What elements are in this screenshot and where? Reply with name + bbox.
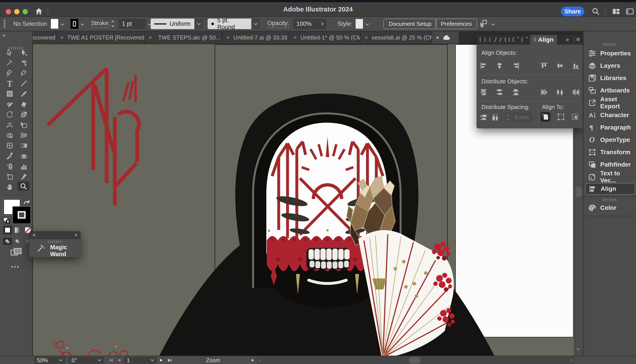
direct-selection-tool[interactable] bbox=[18, 48, 30, 57]
first-artboard-button[interactable] bbox=[107, 357, 115, 364]
screen-mode-icon[interactable] bbox=[10, 247, 23, 257]
workspace-layout-icon[interactable] bbox=[612, 7, 620, 16]
paintbrush-tool[interactable] bbox=[18, 89, 30, 98]
rotation-dropdown-icon[interactable] bbox=[95, 357, 104, 364]
rectangle-tool[interactable] bbox=[4, 89, 16, 98]
red-logo[interactable] bbox=[48, 68, 139, 206]
minimize-window-button[interactable] bbox=[14, 9, 20, 14]
opacity-field[interactable]: 100% bbox=[293, 19, 327, 29]
stroke-weight-field[interactable]: 1 pt bbox=[119, 19, 146, 29]
dock-item-artboards[interactable]: Artboards bbox=[585, 85, 635, 96]
tablet-mode-icon[interactable] bbox=[625, 7, 634, 16]
artboard-number-field[interactable]: 1 bbox=[124, 357, 148, 364]
gradient-tool[interactable] bbox=[18, 141, 30, 150]
panel-close-icon[interactable]: × bbox=[33, 232, 36, 238]
dock-item-layers[interactable]: Layers bbox=[585, 60, 635, 72]
next-artboard-button[interactable] bbox=[158, 357, 165, 364]
dock-item-asset-export[interactable]: Asset Export bbox=[585, 97, 635, 108]
rotation-field[interactable]: 0° bbox=[69, 357, 95, 364]
tab-close-icon[interactable]: × bbox=[293, 34, 297, 41]
dock-item-properties[interactable]: Properties bbox=[585, 48, 635, 59]
swap-fill-stroke-icon[interactable] bbox=[23, 199, 31, 205]
dock-item-color[interactable]: Color bbox=[585, 202, 635, 214]
align-top-button[interactable] bbox=[539, 61, 549, 70]
share-button[interactable]: Share bbox=[561, 6, 584, 16]
document-setup-button[interactable]: Document Setup bbox=[383, 18, 437, 29]
tab-active-document[interactable]: × bbox=[432, 31, 459, 44]
vertical-scrollbar-thumb[interactable] bbox=[575, 187, 582, 197]
align-left-button[interactable] bbox=[479, 61, 488, 70]
brush-definition-dropdown[interactable]: 5 pt. Round bbox=[208, 17, 260, 31]
distribute-hcenter-button[interactable] bbox=[555, 87, 565, 97]
dock-drag-handle[interactable] bbox=[603, 43, 617, 46]
dock-item-opentype[interactable]: O OpenType bbox=[585, 134, 635, 146]
pen-tool[interactable] bbox=[4, 68, 16, 78]
spacing-value-field[interactable]: 0 mm bbox=[505, 112, 533, 122]
draw-normal-button[interactable] bbox=[3, 238, 12, 245]
tab-close-icon[interactable]: × bbox=[60, 34, 64, 41]
align-panel-header[interactable]: ◊ Align » ≡ bbox=[477, 35, 582, 44]
dock-item-character[interactable]: A Character bbox=[585, 110, 635, 121]
color-mode-button[interactable] bbox=[3, 226, 12, 234]
align-right-button[interactable] bbox=[511, 61, 521, 70]
rotate-tool[interactable] bbox=[4, 110, 16, 119]
style-swatch[interactable] bbox=[355, 17, 369, 31]
align-to-selection-button[interactable] bbox=[556, 112, 566, 122]
tab-close-icon[interactable]: × bbox=[365, 34, 368, 41]
panel-expand-icon[interactable]: » bbox=[75, 232, 78, 238]
free-transform-tool[interactable] bbox=[18, 120, 30, 130]
distribute-top-button[interactable] bbox=[479, 87, 488, 97]
puppet-warp-tool[interactable] bbox=[4, 120, 16, 130]
selection-tool[interactable] bbox=[4, 48, 16, 57]
dock-item-pathfinder[interactable]: Pathfinder bbox=[585, 159, 635, 170]
align-to-artboard-button[interactable] bbox=[541, 112, 550, 122]
dock-item-libraries[interactable]: Libraries bbox=[585, 72, 635, 84]
tab-untitled-1[interactable]: × Untitled-1* @ 50 % (CM... bbox=[289, 31, 361, 44]
mesh-tool[interactable] bbox=[4, 141, 16, 150]
scroll-down-icon[interactable] bbox=[577, 347, 580, 351]
symbol-sprayer-tool[interactable] bbox=[4, 162, 16, 171]
zoom-dropdown-icon[interactable] bbox=[56, 357, 65, 364]
panel-expand-icon[interactable]: » bbox=[566, 36, 569, 43]
hand-tool[interactable] bbox=[4, 182, 16, 192]
align-to-key-object-button[interactable] bbox=[570, 112, 580, 122]
previous-artboard-button[interactable] bbox=[116, 357, 122, 364]
magic-wand-drag-handle[interactable] bbox=[48, 240, 62, 243]
artboard-tool[interactable] bbox=[4, 172, 16, 182]
shape-builder-tool[interactable] bbox=[4, 130, 16, 140]
toolbar-collapse-button[interactable]: « bbox=[3, 32, 6, 38]
preferences-button[interactable]: Preferences bbox=[436, 18, 477, 29]
status-tool-display[interactable]: Zoom bbox=[177, 357, 249, 364]
distribute-vcenter-button[interactable] bbox=[495, 87, 504, 97]
dock-item-transform[interactable]: Transform bbox=[585, 146, 635, 158]
eyedropper-tool[interactable] bbox=[4, 151, 16, 161]
type-tool[interactable] bbox=[4, 78, 16, 88]
selection-preferences-icon[interactable] bbox=[479, 17, 495, 31]
close-window-button[interactable] bbox=[6, 9, 11, 14]
shaper-tool[interactable] bbox=[4, 99, 16, 109]
tab-close-icon[interactable]: × bbox=[436, 34, 439, 41]
tab-twe-steps[interactable]: × TWE STEPS.aic @ 50... bbox=[145, 31, 222, 44]
opacity-link[interactable]: Opacity: bbox=[267, 20, 289, 28]
status-display-options-icon[interactable] bbox=[249, 357, 256, 364]
horizontal-distribute-space-button[interactable] bbox=[490, 112, 500, 122]
last-artboard-button[interactable] bbox=[166, 357, 174, 364]
gradient-mode-button[interactable] bbox=[13, 226, 22, 234]
perspective-grid-tool[interactable] bbox=[18, 130, 30, 140]
zoom-tool[interactable] bbox=[17, 181, 30, 191]
magic-wand-tool[interactable] bbox=[4, 58, 16, 68]
blend-tool[interactable] bbox=[18, 151, 30, 161]
stroke-link[interactable]: Stroke: bbox=[91, 20, 110, 28]
search-icon[interactable] bbox=[591, 7, 600, 16]
zoom-level-field[interactable]: 50% bbox=[34, 357, 56, 364]
tab-untitled-7[interactable]: × Untitled-7.ai @ 33.33 %... bbox=[222, 31, 289, 44]
default-fill-stroke-icon[interactable] bbox=[3, 217, 11, 224]
scale-tool[interactable] bbox=[18, 110, 30, 119]
tab-vesselalt[interactable]: × vesselalt.ai @ 25 % (CM... bbox=[361, 31, 432, 44]
align-hcenter-button[interactable] bbox=[495, 61, 504, 70]
tab-close-icon[interactable]: × bbox=[226, 34, 230, 41]
dock-item-align[interactable]: Align bbox=[585, 183, 635, 194]
sketch-doodles[interactable] bbox=[54, 341, 128, 356]
line-segment-tool[interactable] bbox=[18, 78, 30, 88]
horizontal-scrollbar[interactable]: ‹ › bbox=[257, 356, 574, 364]
